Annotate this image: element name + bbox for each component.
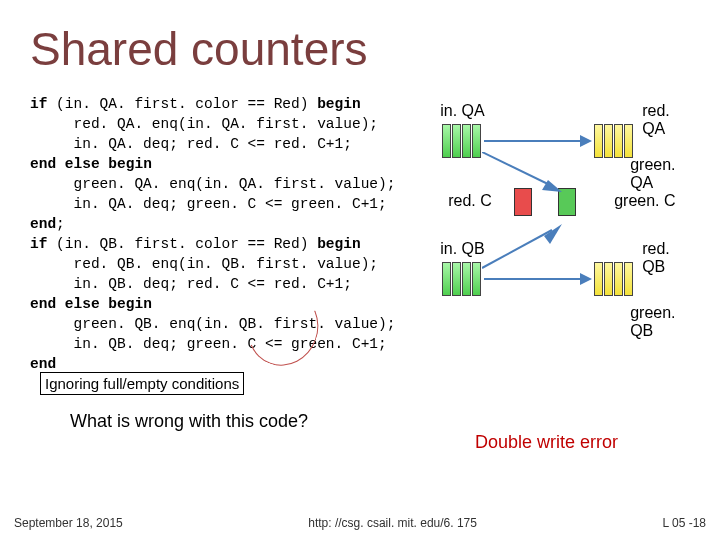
svg-line-4 — [482, 152, 552, 186]
label-redqb: red. QB — [642, 240, 690, 276]
queue-redqb — [594, 262, 633, 296]
question-text: What is wrong with this code? — [70, 411, 422, 432]
arrow-inqb-green — [482, 222, 592, 270]
slide-title: Shared counters — [30, 22, 690, 76]
label-greenqb: green. QB — [630, 304, 690, 340]
footer: September 18, 2015 http: //csg. csail. m… — [0, 516, 720, 530]
footer-date: September 18, 2015 — [14, 516, 123, 530]
footer-page: L 05 -18 — [662, 516, 706, 530]
arrow-inqb-redqb — [484, 269, 594, 289]
arrow-inqa-green — [482, 152, 592, 196]
label-redqa: red. QA — [642, 102, 690, 138]
label-inqb: in. QB — [440, 240, 484, 258]
label-inqa: in. QA — [440, 102, 484, 120]
arrow-inqa-redqa — [484, 131, 594, 151]
label-greenc: green. C — [614, 192, 675, 210]
footer-url: http: //csg. csail. mit. edu/6. 175 — [308, 516, 477, 530]
diagram-column: in. QA red. QA green. QA red. C green. C… — [422, 94, 690, 432]
svg-line-6 — [482, 230, 552, 268]
queue-inqa — [442, 124, 481, 158]
note-box: Ignoring full/empty conditions — [40, 372, 244, 395]
svg-marker-1 — [580, 135, 592, 147]
queue-redqa — [594, 124, 633, 158]
svg-marker-3 — [580, 273, 592, 285]
queue-inqb — [442, 262, 481, 296]
label-greenqa: green. QA — [630, 156, 690, 192]
code-column: if (in. QA. first. color == Red) begin r… — [30, 94, 422, 432]
code-block: if (in. QA. first. color == Red) begin r… — [30, 94, 422, 374]
error-text: Double write error — [475, 432, 618, 453]
